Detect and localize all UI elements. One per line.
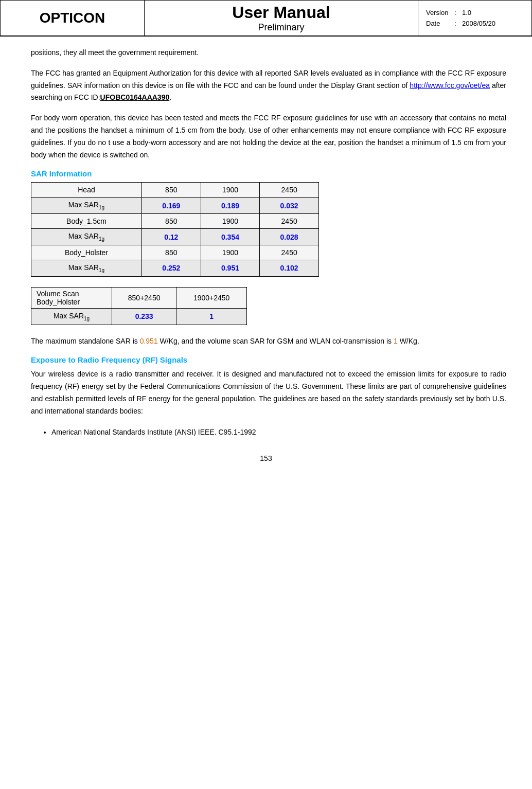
table-cell: 850 [141,245,201,260]
date-value: 2008/05/20 [462,20,524,27]
version-row: Version : 1.0 [426,9,524,16]
version-colon: : [454,9,459,16]
table-row: Max SAR1g 0.169 0.189 0.032 [31,198,319,214]
table-cell: 1900 [201,214,260,229]
fcc-id: UFOBC0164AAA390 [100,93,170,101]
table-cell: Body_1.5cm [31,214,142,229]
table-cell: 0.102 [260,260,319,276]
table-cell: Head [31,183,142,198]
table-row: Head 850 1900 2450 [31,183,319,198]
sar-heading: SAR Information [31,169,506,178]
table-cell: 2450 [260,245,319,260]
table-row: Body_1.5cm 850 1900 2450 [31,214,319,229]
table-cell: 850 [141,214,201,229]
table-cell: 0.169 [141,198,201,214]
paragraph-5: Your wireless device is a radio transmit… [31,368,506,417]
paragraph-1: positions, they all meet the government … [31,47,506,59]
table-cell: 1900 [201,183,260,198]
table-cell: 1900+2450 [176,287,247,308]
date-colon: : [454,20,459,27]
version-value: 1.0 [462,9,524,16]
table-cell: 0.252 [141,260,201,276]
list-item: American National Standards Institute (A… [51,426,506,439]
table-cell: Max SAR1g [31,260,142,276]
fcc-link[interactable]: http://www.fcc.gov/oet/ea [410,81,490,89]
table-cell: Volume ScanBody_Holster [31,287,112,308]
date-row: Date : 2008/05/20 [426,20,524,27]
table-cell: 0.028 [260,229,319,245]
para4-before: The maximum standalone SAR is [31,337,140,345]
page-header: OPTICON User Manual Preliminary Version … [0,0,532,37]
document-title: User Manual Preliminary [145,1,418,35]
table-cell: 2450 [260,183,319,198]
table-row: Volume ScanBody_Holster 850+2450 1900+24… [31,287,247,308]
company-logo: OPTICON [1,1,145,35]
sar-value-1: 0.951 [140,337,158,345]
para2-period: . [169,93,171,101]
table-cell: 0.189 [201,198,260,214]
sar-table: Head 850 1900 2450 Max SAR1g 0.169 0.189… [31,182,319,276]
table-row: Max SAR1g 0.233 1 [31,308,247,325]
sub-title: Preliminary [258,22,304,33]
table-row: Body_Holster 850 1900 2450 [31,245,319,260]
table-row: Max SAR1g 0.252 0.951 0.102 [31,260,319,276]
main-title: User Manual [232,3,330,22]
para4-after: W/Kg. [398,337,419,345]
para4-mid: W/Kg, and the volume scan SAR for GSM an… [158,337,394,345]
volume-scan-table: Volume ScanBody_Holster 850+2450 1900+24… [31,287,247,325]
version-label: Version [426,9,452,16]
table-cell: 0.354 [201,229,260,245]
table-cell: Body_Holster [31,245,142,260]
table-cell: 0.233 [112,308,176,325]
date-label: Date [426,20,452,27]
sar-value-2: 1 [394,337,398,345]
table-cell: 850+2450 [112,287,176,308]
table-cell: 0.032 [260,198,319,214]
table-cell: 0.12 [141,229,201,245]
table-cell: 1900 [201,245,260,260]
table-cell: 2450 [260,214,319,229]
paragraph-2: The FCC has granted an Equipment Authori… [31,67,506,104]
header-meta: Version : 1.0 Date : 2008/05/20 [418,1,531,35]
page-number: 153 [0,449,532,468]
table-cell: 850 [141,183,201,198]
bullet-list: American National Standards Institute (A… [51,426,506,439]
table-cell: 0.951 [201,260,260,276]
paragraph-3: For body worn operation, this device has… [31,112,506,161]
exposure-heading: Exposure to Radio Frequency (RF) Signals [31,355,506,364]
table-cell: Max SAR1g [31,198,142,214]
page-content: positions, they all meet the government … [0,37,532,449]
table-cell: Max SAR1g [31,308,112,325]
table-cell: 1 [176,308,247,325]
table-row: Max SAR1g 0.12 0.354 0.028 [31,229,319,245]
paragraph-4: The maximum standalone SAR is 0.951 W/Kg… [31,335,506,348]
table-cell: Max SAR1g [31,229,142,245]
